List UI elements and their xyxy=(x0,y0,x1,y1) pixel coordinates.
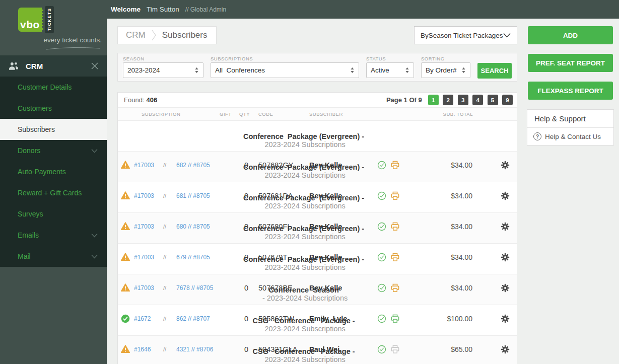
table-row: Conference Package (Evergreen) - 2023-20… xyxy=(118,121,517,152)
gear-cell xyxy=(472,283,517,293)
status-select[interactable]: Active xyxy=(366,62,414,78)
page-indicator: Page 1 Of 9 xyxy=(386,96,422,104)
sidebar-item[interactable]: Donors xyxy=(0,140,107,161)
row-actions xyxy=(377,314,409,323)
close-icon[interactable] xyxy=(91,62,99,70)
logo-block: vbo TICKETS every ticket counts. xyxy=(0,0,107,55)
row-actions xyxy=(377,222,409,231)
gear-icon[interactable] xyxy=(501,253,510,262)
sidebar-item[interactable]: Auto-Payments xyxy=(0,161,107,182)
ticket-link[interactable]: 4321 // #8706 xyxy=(171,346,232,353)
warning-icon xyxy=(121,161,130,169)
help-panel: Help & Support ? Help & Contact Us xyxy=(527,109,614,145)
sidebar-item[interactable]: Customer Details xyxy=(0,77,107,98)
separator-text: // xyxy=(158,193,171,199)
row-status-icon xyxy=(118,345,133,353)
chevron-down-icon xyxy=(91,254,98,259)
sidebar-item[interactable]: Surveys xyxy=(0,203,107,225)
confirmed-check-icon[interactable] xyxy=(377,314,386,323)
user-role: // Global Admin xyxy=(185,6,226,13)
ticket-link[interactable]: 680 // #8705 xyxy=(171,223,232,230)
row-title-name: Conference Package (Evergreen) - xyxy=(243,255,364,263)
col-subtotal: SUB. TOTAL xyxy=(443,111,473,117)
sidebar-item[interactable]: Customers xyxy=(0,98,107,119)
ticket-link[interactable]: 681 // #8705 xyxy=(171,192,232,199)
page-button[interactable]: 2 xyxy=(443,95,453,105)
order-link[interactable]: #17003 xyxy=(133,284,158,292)
username[interactable]: Tim Sutton xyxy=(147,6,179,13)
season-select[interactable]: 2023-2024 xyxy=(123,62,203,78)
sidebar-item[interactable]: Mail xyxy=(0,246,107,267)
separator-text: // xyxy=(158,346,171,352)
sorting-select[interactable]: By Order# xyxy=(421,62,470,78)
sidebar-item[interactable]: Reward + Gift Cards xyxy=(0,182,107,203)
ticket-link[interactable]: 862 // #8707 xyxy=(171,315,232,322)
ticket-link[interactable]: 682 // #8705 xyxy=(171,162,232,169)
search-button[interactable]: SEARCH xyxy=(477,63,512,79)
page-button[interactable]: 3 xyxy=(458,95,468,105)
pref-seat-report-button[interactable]: PREF. SEAT REPORT xyxy=(528,54,613,72)
subtotal-cell: $34.00 xyxy=(409,223,472,231)
gear-icon[interactable] xyxy=(501,191,510,200)
confirmed-check-icon[interactable] xyxy=(377,345,386,354)
printer-icon-wrap[interactable] xyxy=(390,161,400,170)
gear-cell xyxy=(472,253,517,262)
printer-icon-wrap[interactable] xyxy=(390,345,400,354)
sort-arrows-icon xyxy=(350,67,355,74)
sidebar-item-label: Donors xyxy=(18,147,91,155)
chevron-down-icon xyxy=(91,149,98,153)
col-qty: QTY xyxy=(239,111,250,117)
add-button[interactable]: ADD xyxy=(528,26,613,44)
printer-icon-wrap[interactable] xyxy=(390,314,400,323)
warning-icon xyxy=(121,283,130,292)
confirmed-check-icon[interactable] xyxy=(377,161,386,170)
row-actions xyxy=(377,161,409,170)
printer-icon-wrap[interactable] xyxy=(390,222,400,231)
package-type-select[interactable]: BySeason Ticket Packages xyxy=(414,26,517,44)
sidebar-item[interactable]: Emails xyxy=(0,225,107,246)
sidebar-item-label: Customers xyxy=(18,104,98,112)
order-link[interactable]: #17003 xyxy=(133,192,158,199)
subscriptions-select[interactable]: All Conferences xyxy=(211,62,359,78)
ticket-link[interactable]: 679 // #8705 xyxy=(171,254,232,261)
row-actions xyxy=(377,253,409,262)
table-header: SUBSCRIPTION GIFT QTY CODE SUBSCRIBER SU… xyxy=(118,108,517,121)
sidebar-nav: Customer Details Customers Subscribers D… xyxy=(0,77,107,267)
help-panel-title: Help & Support xyxy=(527,110,613,128)
gear-icon[interactable] xyxy=(501,345,510,354)
gear-icon[interactable] xyxy=(501,283,510,293)
printer-icon-wrap[interactable] xyxy=(390,283,400,293)
status-value: Active xyxy=(371,66,405,74)
order-link[interactable]: #17003 xyxy=(133,254,158,261)
confirmed-check-icon[interactable] xyxy=(377,283,386,293)
page-button[interactable]: 5 xyxy=(488,95,498,105)
breadcrumb-parent[interactable]: CRM xyxy=(126,30,146,40)
order-link[interactable]: #1646 xyxy=(133,346,158,353)
sidebar-item-label: Mail xyxy=(18,252,91,260)
order-link[interactable]: #17003 xyxy=(133,223,158,230)
subtotal-cell: $34.00 xyxy=(409,253,472,261)
pagination: 1 2 3 4 5 9 xyxy=(426,95,513,105)
page-button[interactable]: 4 xyxy=(472,95,483,105)
ticket-link[interactable]: 7678 // #8705 xyxy=(171,284,232,292)
sort-arrows-icon xyxy=(194,67,199,74)
confirmed-check-icon[interactable] xyxy=(377,191,386,200)
page-button[interactable]: 1 xyxy=(428,95,439,105)
page-button[interactable]: 9 xyxy=(502,95,513,105)
gear-icon[interactable] xyxy=(501,161,510,170)
order-link[interactable]: #17003 xyxy=(133,162,158,169)
gear-icon[interactable] xyxy=(501,222,510,231)
printer-icon-wrap[interactable] xyxy=(390,191,400,200)
help-contact-link[interactable]: ? Help & Contact Us xyxy=(527,128,613,145)
confirmed-check-icon[interactable] xyxy=(377,222,386,231)
confirmed-check-icon[interactable] xyxy=(377,253,386,262)
gear-icon[interactable] xyxy=(501,314,510,323)
breadcrumb: CRM Subscribers xyxy=(117,26,217,44)
order-link[interactable]: #1672 xyxy=(133,315,158,322)
sidebar-item-label: Surveys xyxy=(18,210,98,218)
row-title-season: 2023-2024 Subscriptions xyxy=(264,263,345,271)
sidebar-item[interactable]: Subscribers xyxy=(0,119,107,140)
printer-icon-wrap[interactable] xyxy=(390,253,400,262)
sort-arrows-icon xyxy=(405,67,409,74)
flexpass-report-button[interactable]: FLEXPASS REPORT xyxy=(528,82,613,100)
